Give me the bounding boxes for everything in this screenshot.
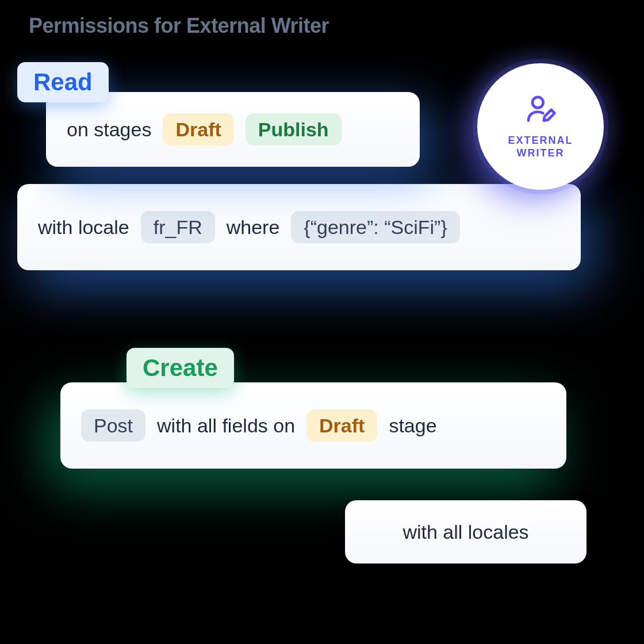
stage-draft-tag: Draft bbox=[163, 113, 233, 146]
read-conditions-card: with locale fr_FR where {“genre”: “SciFi… bbox=[17, 184, 581, 270]
fields-label: with all fields on bbox=[157, 415, 295, 437]
locales-label: with all locales bbox=[402, 521, 528, 543]
badge-line2: WRITER bbox=[508, 147, 573, 160]
stage-publish-tag: Publish bbox=[246, 113, 342, 146]
svg-point-0 bbox=[532, 97, 543, 108]
create-locales-card: with all locales bbox=[345, 500, 586, 564]
where-label: where bbox=[227, 216, 280, 239]
read-permission-chip: Read bbox=[17, 62, 109, 102]
create-permission-chip: Create bbox=[126, 348, 234, 388]
page-title: Permissions for External Writer bbox=[29, 14, 329, 38]
role-badge: EXTERNAL WRITER bbox=[477, 63, 604, 190]
stages-label: on stages bbox=[67, 118, 151, 141]
stage-suffix: stage bbox=[389, 415, 436, 437]
read-stages-card: on stages Draft Publish bbox=[46, 92, 420, 167]
create-stage-draft-tag: Draft bbox=[306, 409, 377, 442]
user-edit-icon bbox=[524, 94, 557, 126]
locale-label: with locale bbox=[38, 216, 129, 239]
badge-line1: EXTERNAL bbox=[508, 134, 573, 147]
locale-value-tag: fr_FR bbox=[141, 211, 215, 244]
model-post-tag: Post bbox=[81, 409, 145, 442]
where-value-tag: {“genre”: “SciFi”} bbox=[291, 211, 459, 244]
create-card: Post with all fields on Draft stage bbox=[60, 382, 566, 469]
